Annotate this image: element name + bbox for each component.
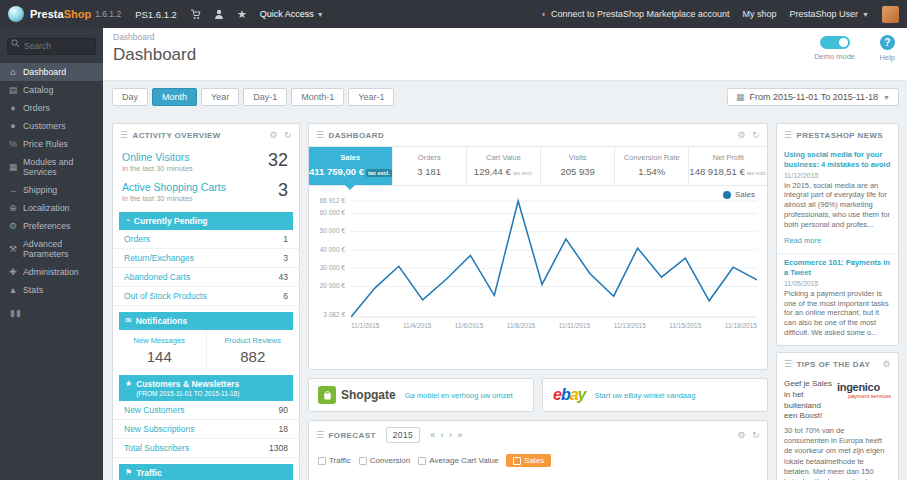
forecast-legend-traffic[interactable]: Traffic [318, 456, 351, 465]
forecast-legend-average-cart-value[interactable]: Average Cart Value [418, 456, 498, 465]
sidebar-item-label: Modules and Services [23, 157, 95, 177]
new-customers-value: 90 [279, 405, 288, 415]
ebay-promo-link[interactable]: Start uw eBay-winkel vandaag [595, 391, 696, 400]
ebay-promo-panel: ebay Start uw eBay-winkel vandaag [542, 378, 768, 412]
filter-day-button[interactable]: Day [112, 88, 148, 106]
sidebar-item-label: Dashboard [23, 67, 66, 77]
kpi-label: Orders [393, 153, 466, 162]
kpi-sales[interactable]: Sales 411 759,00 €tax excl. [309, 147, 393, 185]
user-menu[interactable]: PrestaShop User▼ [790, 9, 869, 19]
panel-refresh-icon[interactable]: ↻ [752, 130, 760, 140]
marketplace-link[interactable]: ◐Connect to PrestaShop Marketplace accou… [541, 9, 729, 19]
chart-plot-area[interactable] [351, 198, 757, 320]
search-input[interactable] [7, 38, 96, 55]
panel-settings-icon[interactable]: ⚙ [883, 359, 891, 369]
panel-settings-icon[interactable]: ⚙ [738, 430, 746, 440]
employee-icon[interactable] [214, 9, 224, 20]
dashboard-panel-title: DASHBOARD [328, 131, 384, 140]
notifications-columns: New Messages 144 Product Reviews 882 [113, 330, 299, 369]
cart-icon[interactable] [190, 9, 201, 20]
shop-name[interactable]: PS1.6.1.2 [135, 9, 177, 20]
sidebar-item-label: Administration [23, 267, 79, 277]
badge-icon[interactable]: ★ [237, 9, 247, 20]
sidebar-item-orders[interactable]: ♦Orders [0, 99, 103, 117]
sidebar-item-preferences[interactable]: ⚙Preferences [0, 217, 103, 235]
product-reviews-label: Product Reviews [209, 336, 298, 345]
panel-refresh-icon[interactable]: ↻ [752, 430, 760, 440]
envelope-icon: ✉ [125, 316, 132, 326]
news-article: Ecommerce 101: Payments in a Tweet 11/05… [777, 254, 898, 346]
panel-settings-icon[interactable]: ⚙ [270, 130, 278, 140]
read-more-link[interactable]: Read more [784, 345, 821, 347]
sidebar-item-stats[interactable]: ▲Stats [0, 281, 103, 299]
advanced-parameters-icon: ⚒ [8, 244, 18, 254]
brand-part-1: Presta [30, 8, 64, 20]
prev-page-icon[interactable]: ‹ [441, 430, 444, 440]
new-messages-cell[interactable]: New Messages 144 [113, 330, 207, 369]
sidebar-item-dashboard[interactable]: ⌂Dashboard [0, 63, 103, 81]
sidebar-collapse-icon[interactable]: ▮▮ [0, 299, 103, 327]
panel-settings-icon[interactable]: ⚙ [738, 130, 746, 140]
news-article-excerpt: Picking a payment provider is one of the… [784, 289, 891, 338]
y-tick: 60 000 € [320, 209, 345, 216]
online-visitors-link[interactable]: Online Visitors [122, 151, 290, 163]
kpi-cart-value[interactable]: Cart Value 129,44 €tax excl. [467, 147, 541, 185]
sidebar-item-modules[interactable]: ▦Modules and Services [0, 153, 103, 181]
sidebar-item-localization[interactable]: ⊕Localization [0, 199, 103, 217]
sidebar-item-customers[interactable]: ●Customers [0, 117, 103, 135]
demo-mode-toggle[interactable] [820, 36, 850, 49]
kpi-orders[interactable]: Orders 3 181 [393, 147, 467, 185]
news-article-title-link[interactable]: Ecommerce 101: Payments in a Tweet [784, 258, 891, 278]
my-shop-link[interactable]: My shop [743, 9, 777, 19]
filter-month-button[interactable]: Month [152, 88, 197, 106]
out-of-stock-link[interactable]: Out of Stock Products [124, 291, 207, 301]
flag-icon: ⚑ [125, 468, 132, 478]
filter-month-1-button[interactable]: Month-1 [291, 88, 344, 106]
pending-returns-link[interactable]: Return/Exchanges [124, 253, 194, 263]
abandoned-carts-link[interactable]: Abandoned Carts [124, 272, 190, 282]
active-carts-link[interactable]: Active Shopping Carts [122, 181, 290, 193]
panel-refresh-icon[interactable]: ↻ [284, 130, 292, 140]
first-page-icon[interactable]: « [430, 430, 435, 440]
read-more-link[interactable]: Read more [784, 236, 821, 245]
total-subscribers-row: Total Subscribers1308 [113, 439, 299, 458]
chart-legend[interactable]: Sales [723, 190, 755, 199]
kpi-conversion-rate[interactable]: Conversion Rate 1.54% [615, 147, 689, 185]
forecast-legend-sales[interactable]: Sales [506, 454, 551, 467]
filter-day-1-button[interactable]: Day-1 [243, 88, 287, 106]
forecast-legend-conversion[interactable]: Conversion [359, 456, 410, 465]
list-icon: ☰ [784, 130, 792, 140]
pending-returns-row: Return/Exchanges3 [113, 249, 299, 268]
sidebar-item-advanced-parameters[interactable]: ⚒Advanced Parameters [0, 235, 103, 263]
news-panel-title: PRESTASHOP NEWS [796, 131, 883, 140]
pending-orders-link[interactable]: Orders [124, 234, 150, 244]
filter-year-button[interactable]: Year [201, 88, 239, 106]
shopgate-promo-link[interactable]: Ga mobiel en verhoog uw omzet [405, 391, 513, 400]
sidebar-item-shipping[interactable]: →Shipping [0, 181, 103, 199]
sidebar-item-price-rules[interactable]: %Price Rules [0, 135, 103, 153]
product-reviews-value: 882 [209, 348, 298, 365]
notifications-title: Notifications [136, 316, 187, 326]
new-customers-link[interactable]: New Customers [124, 405, 184, 415]
last-page-icon[interactable]: » [457, 430, 462, 440]
date-range-picker[interactable]: ▦ From 2015-11-01 To 2015-11-18 ▼ [727, 88, 899, 106]
total-subscribers-link[interactable]: Total Subscribers [124, 443, 189, 453]
dashboard-icon: ⌂ [8, 67, 18, 77]
sidebar-item-administration[interactable]: ✚Administration [0, 263, 103, 281]
news-panel-header: ☰ PRESTASHOP NEWS [777, 124, 898, 146]
new-subscriptions-link[interactable]: New Subscriptions [124, 424, 194, 434]
kpi-net-profit[interactable]: Net Profit 148 918,51 €tax excl. [689, 147, 767, 185]
news-article-title-link[interactable]: Using social media for your business: 4 … [784, 150, 891, 170]
kpi-visits[interactable]: Visits 205 939 [541, 147, 615, 185]
forecast-year-select[interactable]: 2015 [386, 427, 421, 443]
abandoned-carts-value: 43 [279, 272, 288, 282]
product-reviews-cell[interactable]: Product Reviews 882 [207, 330, 300, 369]
user-avatar[interactable] [882, 6, 899, 23]
sidebar-item-catalog[interactable]: ▤Catalog [0, 81, 103, 99]
prestashop-logo[interactable] [8, 6, 24, 22]
quick-access-menu[interactable]: Quick Access▼ [260, 9, 324, 19]
filter-year-1-button[interactable]: Year-1 [348, 88, 394, 106]
next-page-icon[interactable]: › [449, 430, 452, 440]
ingenico-brand-sub: payment services [837, 393, 891, 399]
help-icon[interactable]: ? [880, 35, 895, 50]
